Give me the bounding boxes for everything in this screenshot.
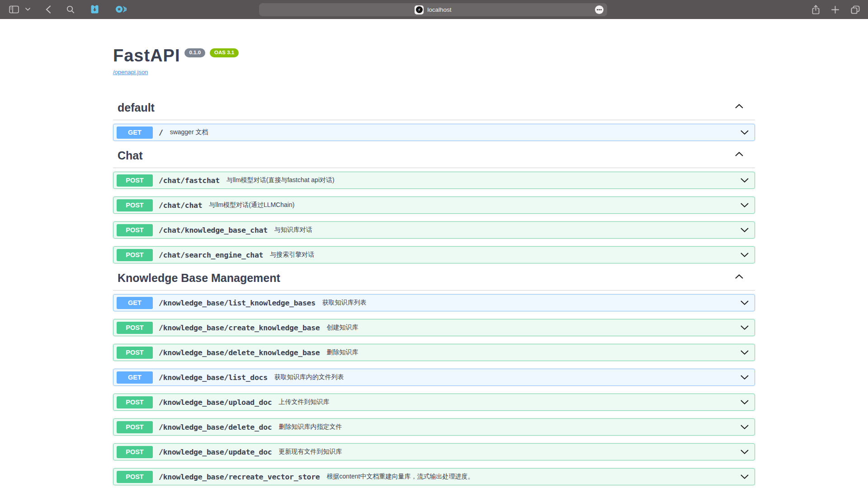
section-endpoints: POST /chat/fastchat 与llm模型对话(直接与fastchat… <box>113 168 755 263</box>
collapse-chevron-up-icon[interactable] <box>735 104 743 108</box>
http-method-badge: POST <box>117 199 153 211</box>
endpoint-path: /knowledge_base/list_docs <box>159 373 268 382</box>
collapse-chevron-up-icon[interactable] <box>735 274 743 279</box>
api-section-chat: Chat POST /chat/fastchat 与llm模型对话(直接与fas… <box>113 149 755 263</box>
http-method-badge: POST <box>117 224 153 236</box>
endpoint-path: /knowledge_base/delete_knowledge_base <box>159 348 320 357</box>
expand-chevron-down-icon[interactable] <box>741 203 749 207</box>
endpoint-row[interactable]: GET /knowledge_base/list_knowledge_bases… <box>113 294 755 311</box>
http-method-badge: POST <box>117 174 153 187</box>
endpoint-row[interactable]: GET / swagger 文档 <box>113 124 755 141</box>
endpoint-row[interactable]: POST /knowledge_base/delete_knowledge_ba… <box>113 344 755 361</box>
expand-chevron-down-icon[interactable] <box>741 400 749 404</box>
fastapi-favicon-icon: ⚡ <box>415 5 424 14</box>
share-icon[interactable] <box>812 5 820 14</box>
expand-chevron-down-icon[interactable] <box>741 350 749 355</box>
section-title: default <box>118 101 155 114</box>
endpoint-description: 根据content中文档重建向量库，流式输出处理进度。 <box>326 473 474 481</box>
section-title: Chat <box>118 149 143 162</box>
tab-overview-icon[interactable] <box>851 5 860 14</box>
endpoint-row[interactable]: POST /knowledge_base/recreate_vector_sto… <box>113 468 755 485</box>
endpoint-row[interactable]: POST /knowledge_base/delete_doc 删除知识库内指定… <box>113 418 755 436</box>
expand-chevron-down-icon[interactable] <box>741 178 749 183</box>
page-title: FastAPI 0.1.0 OAS 3.1 <box>113 47 755 65</box>
endpoint-row[interactable]: POST /chat/search_engine_chat 与搜索引擎对话 <box>113 246 755 263</box>
endpoint-description: swagger 文档 <box>170 128 208 136</box>
endpoint-path: /knowledge_base/recreate_vector_store <box>159 473 320 481</box>
http-method-badge: GET <box>117 297 153 309</box>
page-settings-ellipsis-icon[interactable] <box>595 5 604 14</box>
broadcast-extension-icon[interactable] <box>115 5 127 14</box>
section-header[interactable]: Knowledge Base Management <box>113 271 755 291</box>
endpoint-row[interactable]: POST /knowledge_base/update_doc 更新现有文件到知… <box>113 443 755 460</box>
endpoint-row[interactable]: POST /knowledge_base/create_knowledge_ba… <box>113 319 755 336</box>
endpoint-path: / <box>159 128 163 137</box>
new-tab-icon[interactable] <box>831 6 839 14</box>
expand-chevron-down-icon[interactable] <box>741 300 749 305</box>
expand-chevron-down-icon[interactable] <box>741 130 749 135</box>
endpoint-row[interactable]: POST /chat/knowledge_base_chat 与知识库对话 <box>113 221 755 239</box>
collapse-chevron-up-icon[interactable] <box>735 152 743 156</box>
http-method-badge: POST <box>117 446 153 458</box>
endpoint-description: 删除知识库 <box>326 348 358 357</box>
endpoint-row[interactable]: POST /chat/fastchat 与llm模型对话(直接与fastchat… <box>113 172 755 189</box>
sidebar-menu-chevron-icon[interactable] <box>25 8 30 11</box>
expand-chevron-down-icon[interactable] <box>741 375 749 380</box>
expand-chevron-down-icon[interactable] <box>741 474 749 479</box>
http-method-badge: POST <box>117 421 153 433</box>
endpoint-path: /chat/chat <box>159 201 202 210</box>
expand-chevron-down-icon[interactable] <box>741 325 749 330</box>
address-bar[interactable]: ⚡ localhost <box>259 3 607 16</box>
endpoint-path: /knowledge_base/update_doc <box>159 448 272 456</box>
api-title-text: FastAPI <box>113 47 180 65</box>
version-badge: 0.1.0 <box>184 48 205 57</box>
endpoint-path: /chat/knowledge_base_chat <box>159 226 268 235</box>
endpoint-description: 上传文件到知识库 <box>278 398 329 406</box>
endpoint-description: 与llm模型对话(直接与fastchat api对话) <box>226 176 335 184</box>
api-section-default: default GET / swagger 文档 <box>113 101 755 141</box>
endpoint-description: 删除知识库内指定文件 <box>278 423 342 431</box>
endpoint-row[interactable]: GET /knowledge_base/list_docs 获取知识库内的文件列… <box>113 369 755 386</box>
endpoint-description: 获取知识库列表 <box>322 299 367 307</box>
endpoint-description: 创建知识库 <box>326 324 358 332</box>
browser-toolbar: ⚡ localhost <box>0 0 868 19</box>
bookmark-extension-icon[interactable] <box>90 5 99 14</box>
section-endpoints: GET /knowledge_base/list_knowledge_bases… <box>113 291 755 485</box>
endpoint-path: /knowledge_base/create_knowledge_base <box>159 324 320 332</box>
endpoint-description: 与知识库对话 <box>274 226 312 234</box>
endpoint-path: /chat/search_engine_chat <box>159 251 263 259</box>
http-method-badge: POST <box>117 471 153 483</box>
openapi-spec-link[interactable]: /openapi.json <box>113 68 148 76</box>
endpoint-description: 获取知识库内的文件列表 <box>274 373 344 381</box>
endpoint-path: /knowledge_base/list_knowledge_bases <box>159 299 316 307</box>
endpoint-description: 更新现有文件到知识库 <box>278 448 342 456</box>
endpoint-path: /knowledge_base/upload_doc <box>159 398 272 407</box>
api-section-knowledge-base-management: Knowledge Base Management GET /knowledge… <box>113 271 755 485</box>
http-method-badge: POST <box>117 396 153 408</box>
section-endpoints: GET / swagger 文档 <box>113 120 755 141</box>
http-method-badge: GET <box>117 127 153 139</box>
search-icon[interactable] <box>66 5 75 14</box>
api-sections: default GET / swagger 文档 Chat <box>113 101 755 485</box>
http-method-badge: POST <box>117 249 153 261</box>
swagger-page: FastAPI 0.1.0 OAS 3.1 /openapi.json defa… <box>0 19 868 488</box>
endpoint-path: /chat/fastchat <box>159 176 220 185</box>
http-method-badge: GET <box>117 371 153 384</box>
address-url: localhost <box>427 6 451 13</box>
expand-chevron-down-icon[interactable] <box>741 425 749 429</box>
http-method-badge: POST <box>117 322 153 334</box>
sidebar-toggle-icon[interactable] <box>9 5 19 14</box>
endpoint-path: /knowledge_base/delete_doc <box>159 423 272 432</box>
expand-chevron-down-icon[interactable] <box>741 450 749 454</box>
back-button-icon[interactable] <box>46 5 51 14</box>
http-method-badge: POST <box>117 347 153 359</box>
endpoint-description: 与llm模型对话(通过LLMChain) <box>209 201 294 209</box>
section-header[interactable]: Chat <box>113 149 755 168</box>
endpoint-description: 与搜索引擎对话 <box>270 251 314 259</box>
api-info-block: FastAPI 0.1.0 OAS 3.1 /openapi.json <box>113 19 755 76</box>
endpoint-row[interactable]: POST /knowledge_base/upload_doc 上传文件到知识库 <box>113 394 755 411</box>
expand-chevron-down-icon[interactable] <box>741 228 749 232</box>
endpoint-row[interactable]: POST /chat/chat 与llm模型对话(通过LLMChain) <box>113 197 755 214</box>
expand-chevron-down-icon[interactable] <box>741 253 749 257</box>
section-header[interactable]: default <box>113 101 755 120</box>
